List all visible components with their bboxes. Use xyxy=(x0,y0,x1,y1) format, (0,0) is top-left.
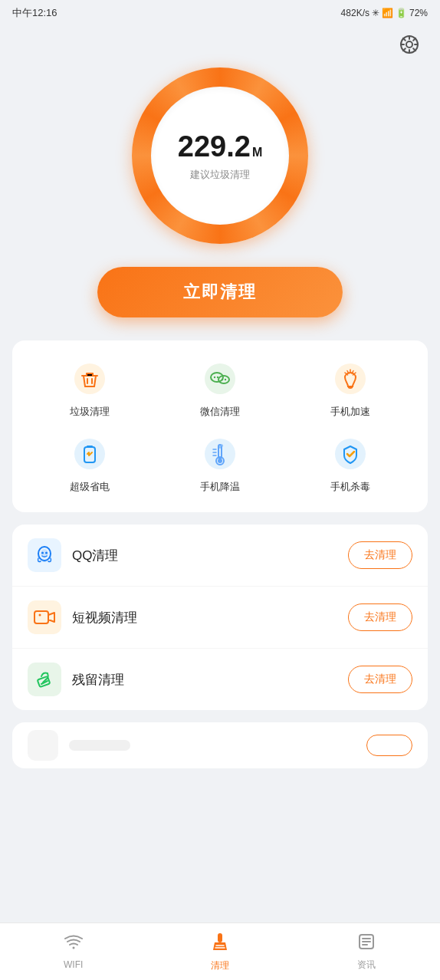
func-wechat-clean[interactable]: 微信清理 xyxy=(155,359,285,419)
svg-point-41 xyxy=(72,947,74,949)
svg-point-34 xyxy=(41,552,44,554)
bottom-nav: WIFI 清理 资讯 xyxy=(0,922,440,980)
svg-rect-36 xyxy=(34,611,48,623)
gauge-outer: 229.2 M 建议垃圾清理 xyxy=(132,67,308,244)
func-cool-down[interactable]: 手机降温 xyxy=(155,434,285,494)
qq-clean-button[interactable]: 去清理 xyxy=(348,541,412,569)
list-section: QQ清理 去清理 短视频清理 去清理 xyxy=(12,525,428,710)
func-super-save[interactable]: 超级省电 xyxy=(25,434,155,494)
clean-now-button[interactable]: 立即清理 xyxy=(97,267,343,317)
signal-icon: 📶 xyxy=(382,8,393,18)
function-grid: 垃圾清理 微信清理 xyxy=(12,340,428,512)
wifi-icon xyxy=(64,933,83,956)
svg-point-20 xyxy=(335,363,366,394)
svg-point-27 xyxy=(218,459,222,463)
main-content: 229.2 M 建议垃圾清理 立即清理 xyxy=(0,23,440,842)
func-trash-clean[interactable]: 垃圾清理 xyxy=(25,359,155,419)
qq-icon xyxy=(28,538,61,572)
super-save-label: 超级省电 xyxy=(70,480,110,494)
short-video-icon xyxy=(28,600,61,634)
short-video-clean-item[interactable]: 短视频清理 去清理 xyxy=(12,587,428,649)
residual-icon xyxy=(28,663,61,696)
svg-line-8 xyxy=(413,38,415,41)
svg-point-18 xyxy=(222,379,223,380)
svg-point-10 xyxy=(74,363,105,394)
anti-virus-icon xyxy=(330,434,370,474)
battery-icon: 🔋 xyxy=(396,8,407,18)
svg-line-9 xyxy=(403,48,406,51)
status-time: 中午12:16 xyxy=(12,6,57,20)
status-right: 482K/s ✳ 📶 🔋 72% xyxy=(341,8,428,18)
svg-point-1 xyxy=(406,41,412,48)
residual-clean-item[interactable]: 残留清理 去清理 xyxy=(12,649,428,710)
svg-point-19 xyxy=(225,379,226,380)
svg-line-7 xyxy=(413,48,415,51)
cool-down-label: 手机降温 xyxy=(200,480,240,494)
svg-line-6 xyxy=(403,38,406,41)
settings-button[interactable] xyxy=(394,29,425,60)
settings-row xyxy=(0,23,440,60)
partial-card-text xyxy=(69,740,130,751)
nav-news[interactable]: 资讯 xyxy=(294,923,440,980)
short-video-clean-title: 短视频清理 xyxy=(72,609,348,626)
svg-point-13 xyxy=(205,363,235,394)
svg-rect-42 xyxy=(218,933,222,942)
partial-card-action xyxy=(366,735,412,756)
svg-point-31 xyxy=(335,439,366,469)
wechat-clean-label: 微信清理 xyxy=(200,405,240,419)
super-save-icon xyxy=(70,434,110,474)
battery-percent: 72% xyxy=(409,8,428,18)
short-video-clean-button[interactable]: 去清理 xyxy=(348,603,412,631)
qq-clean-item[interactable]: QQ清理 去清理 xyxy=(12,525,428,587)
trash-clean-label: 垃圾清理 xyxy=(70,405,110,419)
clean-button-wrap: 立即清理 xyxy=(0,267,440,340)
phone-boost-icon xyxy=(330,359,370,399)
svg-rect-23 xyxy=(87,446,93,448)
nav-wifi-label: WIFI xyxy=(64,959,83,970)
network-speed: 482K/s xyxy=(341,8,369,18)
gauge-label: 建议垃圾清理 xyxy=(190,168,250,182)
func-row-1: 垃圾清理 微信清理 xyxy=(25,359,415,419)
func-phone-boost[interactable]: 手机加速 xyxy=(285,359,415,419)
anti-virus-label: 手机杀毒 xyxy=(330,480,370,494)
partial-card xyxy=(12,722,428,768)
nav-clean[interactable]: 清理 xyxy=(146,923,293,980)
gauge-inner: 229.2 M 建议垃圾清理 xyxy=(151,87,289,225)
phone-boost-label: 手机加速 xyxy=(330,405,370,419)
cool-down-icon xyxy=(200,434,240,474)
trash-clean-icon xyxy=(70,359,110,399)
nav-clean-label: 清理 xyxy=(211,959,229,972)
broom-icon xyxy=(210,932,230,956)
qq-clean-title: QQ清理 xyxy=(72,547,348,564)
wechat-clean-icon xyxy=(200,359,240,399)
news-icon xyxy=(357,932,376,955)
partial-card-icon xyxy=(28,730,58,761)
nav-news-label: 资讯 xyxy=(357,959,376,972)
func-anti-virus[interactable]: 手机杀毒 xyxy=(285,434,415,494)
bt-icon: ✳ xyxy=(372,8,379,18)
nav-wifi[interactable]: WIFI xyxy=(0,923,146,980)
gauge-container: 229.2 M 建议垃圾清理 xyxy=(0,60,440,267)
gauge-value: 229.2 M xyxy=(178,130,262,163)
residual-clean-button[interactable]: 去清理 xyxy=(348,666,412,693)
svg-point-35 xyxy=(45,552,48,554)
svg-point-37 xyxy=(39,614,41,617)
residual-clean-title: 残留清理 xyxy=(72,671,348,689)
svg-point-17 xyxy=(217,377,218,378)
status-bar: 中午12:16 482K/s ✳ 📶 🔋 72% xyxy=(0,0,440,23)
func-row-2: 超级省电 手机降温 xyxy=(25,434,415,494)
svg-point-16 xyxy=(214,377,215,378)
